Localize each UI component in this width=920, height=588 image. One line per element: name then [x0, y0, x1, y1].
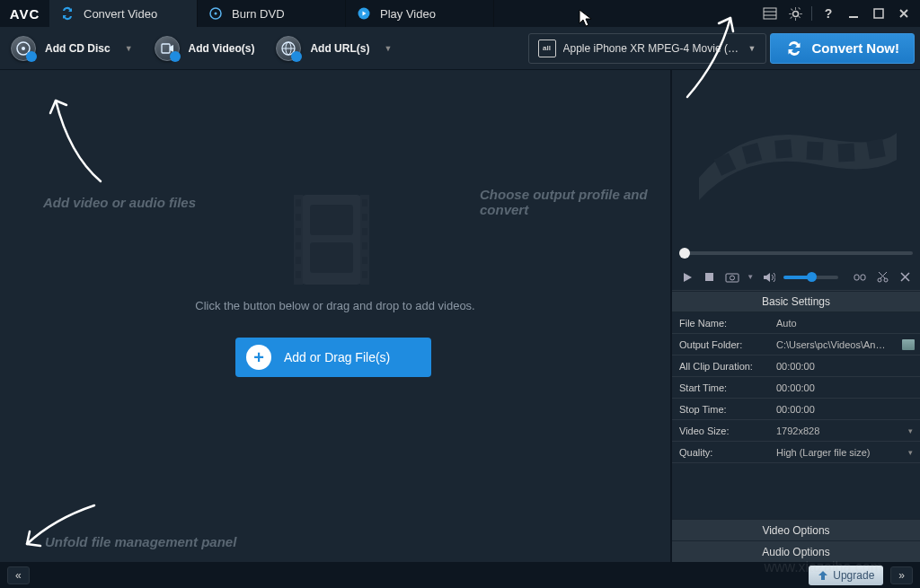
setting-label: Stop Time:	[672, 404, 771, 415]
chevron-down-icon: ▼	[125, 44, 133, 53]
setting-row-filename: File Name: Auto	[672, 312, 920, 334]
video-preview	[672, 70, 920, 248]
tab-play-video[interactable]: Play Video	[346, 0, 494, 27]
svg-rect-37	[866, 139, 885, 160]
play-icon	[357, 6, 371, 21]
setting-label: File Name:	[672, 318, 771, 329]
output-profile-selector[interactable]: all Apple iPhone XR MPEG-4 Movie (*.m… ▼	[528, 33, 766, 64]
setting-value: 00:00:00	[771, 361, 920, 372]
svg-rect-8	[874, 9, 883, 18]
setting-label: Quality:	[672, 447, 771, 458]
setting-value[interactable]: 00:00:00	[771, 404, 920, 415]
svg-point-1	[215, 13, 217, 15]
chevron-down-icon: ▼	[384, 44, 392, 53]
tab-label: Burn DVD	[232, 7, 285, 21]
setting-value[interactable]: C:\Users\pc\Videos\An…	[771, 339, 920, 350]
main-area: Add video or audio files Choose output p…	[0, 70, 920, 562]
setting-value-dropdown[interactable]: 1792x828	[771, 426, 920, 436]
svg-rect-29	[362, 271, 367, 278]
file-list-pane[interactable]: Add video or audio files Choose output p…	[0, 70, 672, 562]
svg-rect-30	[310, 205, 353, 235]
refresh-icon	[785, 39, 803, 57]
svg-rect-21	[296, 242, 301, 250]
drop-hint-text: Click the button below or drag and drop …	[0, 299, 670, 312]
svg-rect-25	[362, 214, 367, 221]
chevron-down-icon: ▼	[748, 44, 756, 53]
maximize-icon[interactable]	[870, 4, 888, 22]
svg-rect-26	[362, 228, 367, 235]
tab-label: Play Video	[380, 7, 436, 21]
button-label: Add Video(s)	[189, 42, 255, 55]
volume-icon[interactable]	[761, 269, 776, 285]
setting-value-dropdown[interactable]: High (Larger file size)	[771, 447, 920, 458]
tab-convert-video[interactable]: Convert Video	[49, 0, 198, 27]
svg-rect-41	[854, 275, 859, 280]
svg-rect-38	[705, 273, 713, 281]
right-panel: ▼ Basic Settings File Name: Auto Output …	[672, 70, 920, 562]
crop-icon[interactable]	[898, 269, 913, 285]
setting-value[interactable]: Auto	[771, 318, 920, 329]
gear-icon[interactable]	[786, 4, 804, 22]
film-roll-icon	[690, 106, 906, 214]
setting-row-stop-time: Stop Time: 00:00:00	[672, 399, 920, 420]
svg-rect-36	[837, 144, 854, 162]
chevron-down-icon[interactable]: ▼	[747, 273, 754, 281]
browse-folder-icon[interactable]	[902, 339, 915, 350]
hint-choose-profile: Choose output profile and convert	[480, 187, 659, 217]
expand-panel-button[interactable]: »	[890, 566, 913, 584]
svg-rect-27	[362, 242, 367, 250]
button-label: Convert Now!	[812, 40, 900, 56]
close-icon[interactable]	[895, 4, 913, 22]
hint-add-files: Add video or audio files	[43, 195, 196, 210]
arrow-annotation	[38, 83, 110, 190]
toolbar: Add CD Disc ▼ Add Video(s) Add URL(s) ▼ …	[0, 27, 920, 70]
plus-circle-icon: +	[246, 345, 271, 370]
help-icon[interactable]: ?	[819, 4, 837, 22]
hint-unfold-panel: Unfold file management panel	[45, 534, 236, 549]
svg-point-10	[22, 47, 25, 50]
app-logo: AVC	[0, 6, 49, 22]
add-videos-button[interactable]: Add Video(s)	[149, 32, 268, 65]
basic-settings-header: Basic Settings	[672, 291, 920, 312]
setting-label: Start Time:	[672, 382, 771, 393]
play-button[interactable]	[679, 269, 694, 285]
link-icon[interactable]	[853, 269, 868, 285]
profile-label: Apple iPhone XR MPEG-4 Movie (*.m…	[563, 42, 741, 55]
setting-row-video-size: Video Size: 1792x828	[672, 420, 920, 442]
seek-bar[interactable]	[672, 248, 920, 264]
svg-rect-39	[726, 274, 739, 282]
setting-label: All Clip Duration:	[672, 361, 771, 372]
svg-rect-23	[296, 271, 301, 278]
svg-point-44	[884, 278, 888, 282]
volume-slider[interactable]	[783, 276, 838, 279]
video-plus-icon	[155, 36, 180, 61]
seek-thumb[interactable]	[679, 248, 690, 259]
svg-point-43	[878, 278, 881, 282]
menu-icon[interactable]	[761, 4, 779, 22]
svg-rect-18	[296, 199, 301, 206]
tab-burn-dvd[interactable]: Burn DVD	[198, 0, 346, 27]
add-cd-disc-button[interactable]: Add CD Disc ▼	[5, 32, 146, 65]
setting-value[interactable]: 00:00:00	[771, 382, 920, 393]
svg-rect-31	[310, 242, 353, 273]
cut-icon[interactable]	[875, 269, 890, 285]
video-options-header[interactable]: Video Options	[672, 519, 920, 540]
titlebar: AVC Convert Video Burn DVD Play Video ?	[0, 0, 920, 27]
svg-rect-24	[362, 199, 367, 206]
svg-rect-7	[849, 16, 858, 18]
button-label: Add URL(s)	[310, 42, 369, 55]
setting-label: Output Folder:	[672, 339, 771, 350]
setting-row-clip-duration: All Clip Duration: 00:00:00	[672, 355, 920, 377]
collapse-panel-button[interactable]: «	[7, 566, 30, 584]
svg-rect-34	[774, 139, 792, 158]
stop-button[interactable]	[702, 269, 717, 285]
svg-point-40	[730, 276, 734, 280]
minimize-icon[interactable]	[845, 4, 862, 22]
snapshot-button[interactable]	[724, 269, 739, 285]
disc-plus-icon	[11, 36, 36, 61]
add-urls-button[interactable]: Add URL(s) ▼	[270, 32, 404, 65]
setting-row-output-folder: Output Folder: C:\Users\pc\Videos\An…	[672, 334, 920, 355]
add-or-drag-files-button[interactable]: + Add or Drag File(s)	[235, 338, 431, 377]
convert-now-button[interactable]: Convert Now!	[770, 33, 916, 64]
titlebar-right: ?	[761, 4, 920, 22]
